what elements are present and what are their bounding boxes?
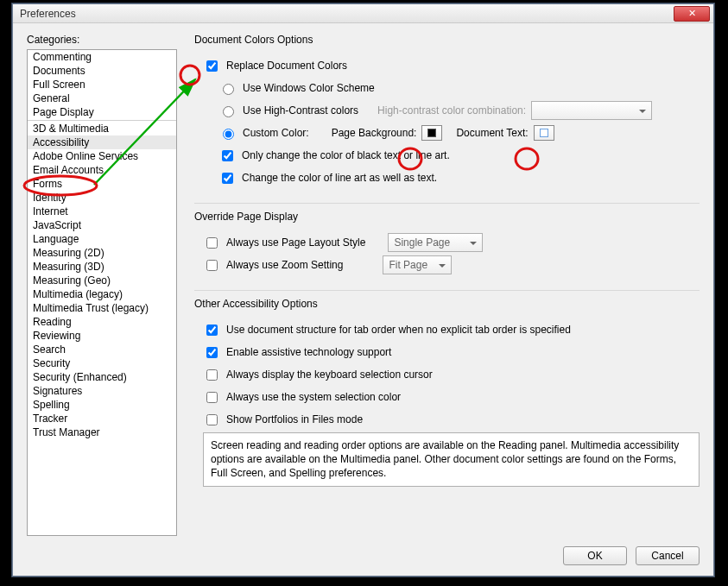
page-bg-color-button[interactable] — [421, 125, 442, 141]
page-bg-swatch — [427, 129, 436, 137]
sidebar-item-reading[interactable]: Reading — [28, 315, 176, 329]
sidebar-item-language[interactable]: Language — [28, 232, 176, 246]
tab-order-label: Use document structure for tab order whe… — [226, 324, 571, 336]
categories-list[interactable]: CommentingDocumentsFull ScreenGeneralPag… — [27, 49, 177, 536]
preferences-window: Preferences ✕ Categories: CommentingDocu… — [12, 3, 714, 577]
assistive-label: Enable assistive technology support — [226, 346, 391, 358]
portfolios-label: Show Portfolios in Files mode — [226, 413, 363, 425]
sidebar-item-general[interactable]: General — [28, 91, 176, 105]
sidebar-item-commenting[interactable]: Commenting — [28, 50, 176, 64]
replace-doc-colors-label: Replace Document Colors — [226, 60, 347, 72]
use-highcontrast-label: Use High-Contrast colors — [243, 104, 358, 117]
portfolios-checkbox[interactable] — [206, 414, 218, 425]
highcontrast-combo — [531, 101, 652, 120]
override-group-label: Override Page Display — [194, 211, 700, 223]
sidebar-item-measuring-3d-[interactable]: Measuring (3D) — [28, 260, 176, 274]
always-zoom-checkbox[interactable] — [206, 260, 218, 271]
doc-text-label: Document Text: — [456, 127, 528, 139]
only-black-checkbox[interactable] — [222, 150, 233, 161]
window-title: Preferences — [20, 8, 674, 20]
sidebar-item-multimedia-legacy-[interactable]: Multimedia (legacy) — [28, 287, 176, 301]
sidebar-item-accessibility[interactable]: Accessibility — [28, 135, 176, 149]
sidebar-item-adobe-online-services[interactable]: Adobe Online Services — [28, 149, 176, 163]
sidebar-item-tracker[interactable]: Tracker — [28, 412, 176, 425]
kbd-cursor-checkbox[interactable] — [206, 369, 218, 381]
sidebar-item-search[interactable]: Search — [28, 343, 176, 356]
doc-colors-group-label: Document Colors Options — [194, 34, 700, 46]
sidebar-item-javascript[interactable]: JavaScript — [28, 218, 176, 232]
cancel-button[interactable]: Cancel — [636, 546, 700, 565]
sidebar-item-internet[interactable]: Internet — [28, 205, 176, 218]
sidebar-item-page-display[interactable]: Page Display — [28, 105, 176, 119]
sidebar-item-measuring-geo-[interactable]: Measuring (Geo) — [28, 274, 176, 287]
sidebar-item-measuring-2d-[interactable]: Measuring (2D) — [28, 246, 176, 260]
categories-label: Categories: — [27, 34, 177, 46]
always-layout-label: Always use Page Layout Style — [226, 236, 365, 249]
sidebar-item-identity[interactable]: Identity — [28, 191, 176, 205]
close-icon: ✕ — [688, 8, 696, 19]
sidebar-item-reviewing[interactable]: Reviewing — [28, 329, 176, 343]
sidebar-item-trust-manager[interactable]: Trust Manager — [28, 425, 176, 439]
sys-selcolor-label: Always use the system selection color — [226, 391, 401, 403]
zoom-combo[interactable]: Fit Page — [383, 255, 452, 274]
sidebar-item-spelling[interactable]: Spelling — [28, 398, 176, 412]
sidebar-item-multimedia-trust-legacy-[interactable]: Multimedia Trust (legacy) — [28, 301, 176, 315]
titlebar: Preferences ✕ — [13, 4, 713, 23]
highcontrast-combo-label: High-contrast color combination: — [377, 104, 526, 117]
sidebar-item-forms[interactable]: Forms — [28, 177, 176, 191]
sidebar-item-signatures[interactable]: Signatures — [28, 384, 176, 398]
always-zoom-label: Always use Zoom Setting — [226, 259, 343, 271]
doc-text-swatch — [540, 129, 548, 137]
use-windows-label: Use Windows Color Scheme — [243, 82, 375, 94]
tab-order-checkbox[interactable] — [206, 325, 218, 336]
sidebar-item-full-screen[interactable]: Full Screen — [28, 78, 176, 91]
kbd-cursor-label: Always display the keyboard selection cu… — [226, 369, 433, 381]
use-highcontrast-radio[interactable] — [223, 106, 234, 117]
sidebar-item-security[interactable]: Security — [28, 356, 176, 370]
layout-combo[interactable]: Single Page — [388, 233, 483, 252]
page-bg-label: Page Background: — [332, 127, 417, 139]
custom-color-label: Custom Color: — [243, 127, 309, 139]
sidebar-item-security-enhanced-[interactable]: Security (Enhanced) — [28, 370, 176, 384]
only-black-label: Only change the color of black text or l… — [242, 149, 450, 161]
change-lineart-checkbox[interactable] — [222, 173, 233, 184]
info-note: Screen reading and reading order options… — [203, 432, 700, 487]
use-windows-radio[interactable] — [223, 84, 234, 95]
change-lineart-label: Change the color of line art as well as … — [242, 172, 437, 184]
replace-doc-colors-checkbox[interactable] — [206, 60, 218, 72]
sidebar-item-documents[interactable]: Documents — [28, 64, 176, 78]
sys-selcolor-checkbox[interactable] — [206, 392, 218, 403]
ok-button[interactable]: OK — [563, 546, 627, 565]
always-layout-checkbox[interactable] — [206, 237, 218, 249]
sidebar-item-3d-multimedia[interactable]: 3D & Multimedia — [28, 122, 176, 135]
other-group-label: Other Accessibility Options — [194, 298, 700, 310]
assistive-checkbox[interactable] — [206, 347, 218, 358]
sidebar-item-email-accounts[interactable]: Email Accounts — [28, 163, 176, 177]
close-button[interactable]: ✕ — [674, 6, 710, 22]
doc-text-color-button[interactable] — [534, 125, 554, 141]
custom-color-radio[interactable] — [223, 129, 234, 140]
